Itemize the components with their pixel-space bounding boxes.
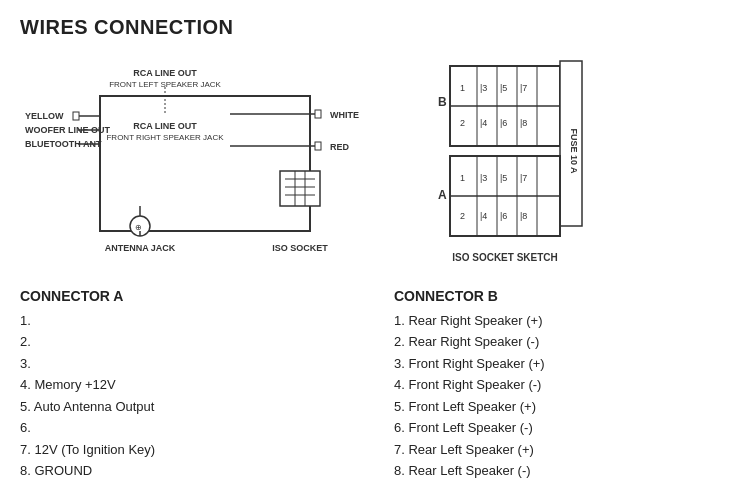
list-item: 7. Rear Left Speaker (+): [394, 439, 728, 460]
connector-b-column: CONNECTOR B 1. Rear Right Speaker (+)2. …: [394, 288, 728, 482]
connector-b-heading: CONNECTOR B: [394, 288, 728, 304]
svg-text:|6: |6: [500, 211, 507, 221]
svg-text:ISO SOCKET: ISO SOCKET: [272, 243, 328, 253]
list-item: 6. Front Left Speaker (-): [394, 417, 728, 438]
connectors-section: CONNECTOR A 1.2.3.4. Memory +12V5. Auto …: [20, 284, 728, 482]
svg-text:FRONT RIGHT SPEAKER JACK: FRONT RIGHT SPEAKER JACK: [106, 133, 224, 142]
svg-text:|4: |4: [480, 118, 487, 128]
list-item: 3.: [20, 353, 354, 374]
list-item: 6.: [20, 417, 354, 438]
svg-text:1: 1: [460, 173, 465, 183]
list-item: 8. Rear Left Speaker (-): [394, 460, 728, 481]
svg-text:B: B: [438, 95, 447, 109]
svg-text:⊕: ⊕: [135, 223, 142, 232]
svg-text:2: 2: [460, 211, 465, 221]
svg-text:1: 1: [460, 83, 465, 93]
svg-text:|3: |3: [480, 83, 487, 93]
connector-a-column: CONNECTOR A 1.2.3.4. Memory +12V5. Auto …: [20, 288, 354, 482]
diagram-section: YELLOW WOOFER LINE OUT BLUETOOTH ANT RCA…: [20, 51, 728, 284]
svg-rect-3: [73, 112, 79, 120]
list-item: 2. Rear Right Speaker (-): [394, 331, 728, 352]
list-item: 2.: [20, 331, 354, 352]
svg-rect-11: [315, 110, 321, 118]
svg-text:FUSE 10 A: FUSE 10 A: [569, 128, 579, 174]
svg-rect-23: [280, 171, 320, 206]
svg-text:|8: |8: [520, 211, 527, 221]
svg-text:RCA LINE OUT: RCA LINE OUT: [133, 68, 197, 78]
svg-text:RCA LINE OUT: RCA LINE OUT: [133, 121, 197, 131]
connector-b-list: 1. Rear Right Speaker (+)2. Rear Right S…: [394, 310, 728, 482]
list-item: 8. GROUND: [20, 460, 354, 481]
svg-text:|5: |5: [500, 83, 507, 93]
svg-text:|8: |8: [520, 118, 527, 128]
list-item: 1.: [20, 310, 354, 331]
svg-text:RED: RED: [330, 142, 350, 152]
page-title: WIRES CONNECTION: [20, 16, 728, 39]
svg-rect-17: [315, 142, 321, 150]
svg-text:|4: |4: [480, 211, 487, 221]
svg-text:|7: |7: [520, 83, 527, 93]
iso-socket-sketch: 1 |3 |5 |7 2 |4 |6 |8 B FUSE 10 A: [430, 51, 610, 284]
wiring-diagram: YELLOW WOOFER LINE OUT BLUETOOTH ANT RCA…: [20, 51, 410, 284]
list-item: 3. Front Right Speaker (+): [394, 353, 728, 374]
list-item: 1. Rear Right Speaker (+): [394, 310, 728, 331]
svg-text:|6: |6: [500, 118, 507, 128]
svg-text:ISO SOCKET SKETCH: ISO SOCKET SKETCH: [452, 252, 558, 263]
svg-text:ANTENNA JACK: ANTENNA JACK: [105, 243, 176, 253]
svg-text:A: A: [438, 188, 447, 202]
svg-text:YELLOW: YELLOW: [25, 111, 64, 121]
list-item: 5. Auto Antenna Output: [20, 396, 354, 417]
svg-text:2: 2: [460, 118, 465, 128]
svg-text:|7: |7: [520, 173, 527, 183]
svg-text:WHITE: WHITE: [330, 110, 359, 120]
list-item: 4. Front Right Speaker (-): [394, 374, 728, 395]
list-item: 7. 12V (To Ignition Key): [20, 439, 354, 460]
svg-text:|5: |5: [500, 173, 507, 183]
svg-rect-0: [100, 96, 310, 231]
list-item: 5. Front Left Speaker (+): [394, 396, 728, 417]
svg-text:|3: |3: [480, 173, 487, 183]
connector-a-list: 1.2.3.4. Memory +12V5. Auto Antenna Outp…: [20, 310, 354, 482]
connector-a-heading: CONNECTOR A: [20, 288, 354, 304]
list-item: 4. Memory +12V: [20, 374, 354, 395]
